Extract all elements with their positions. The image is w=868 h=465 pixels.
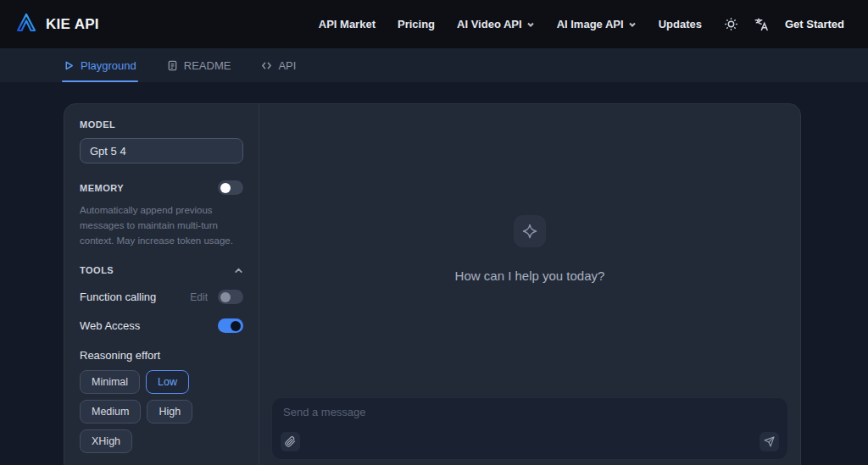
tab-api[interactable]: API: [261, 48, 296, 82]
tab-readme[interactable]: README: [167, 48, 231, 82]
chevron-down-icon: [526, 20, 535, 29]
nav-ai-video-api[interactable]: AI Video API: [457, 18, 535, 30]
reasoning-option-high[interactable]: High: [147, 400, 192, 423]
top-header: KIE API API Market Pricing AI Video API …: [0, 0, 868, 48]
kie-logo-icon: [15, 12, 37, 37]
paper-plane-icon: [764, 436, 775, 447]
nav-updates[interactable]: Updates: [659, 18, 702, 30]
settings-panel: MODEL MEMORY Automatically append previo…: [64, 104, 259, 465]
document-icon: [167, 60, 178, 71]
nav-pricing[interactable]: Pricing: [398, 18, 435, 30]
play-icon: [64, 60, 75, 71]
tab-bar: Playground README API: [0, 48, 868, 82]
code-brackets-icon: [261, 60, 272, 71]
brand-name: KIE API: [46, 16, 99, 33]
function-calling-edit-button[interactable]: Edit: [190, 291, 208, 303]
memory-description: Automatically append previous messages t…: [80, 203, 243, 248]
language-translate-icon[interactable]: [754, 17, 768, 31]
header-nav: API Market Pricing AI Video API AI Image…: [319, 18, 702, 30]
reasoning-option-minimal[interactable]: Minimal: [80, 370, 140, 394]
model-input[interactable]: [80, 138, 243, 163]
theme-toggle-sun-icon[interactable]: [724, 17, 738, 31]
tools-section-label: TOOLS: [80, 265, 114, 275]
send-message-button[interactable]: [760, 432, 779, 451]
model-section-label: MODEL: [80, 119, 243, 130]
brand[interactable]: KIE API: [15, 12, 99, 37]
function-calling-label: Function calling: [80, 291, 156, 303]
sparkle-icon: [514, 215, 546, 247]
reasoning-option-low[interactable]: Low: [146, 370, 189, 394]
chat-empty-state: How can I help you today?: [259, 215, 800, 283]
tools-section-header[interactable]: TOOLS: [80, 265, 243, 275]
nav-ai-image-api[interactable]: AI Image API: [557, 18, 637, 30]
get-started-button[interactable]: Get Started: [785, 18, 844, 30]
playground-card: MODEL MEMORY Automatically append previo…: [64, 103, 801, 465]
memory-toggle[interactable]: [218, 180, 243, 195]
chevron-down-icon: [628, 20, 637, 29]
reasoning-effort-label: Reasoning effort: [80, 349, 243, 362]
attach-file-button[interactable]: [281, 432, 300, 451]
message-composer[interactable]: [271, 397, 788, 460]
reasoning-option-medium[interactable]: Medium: [80, 400, 141, 423]
web-access-toggle[interactable]: [218, 318, 243, 333]
reasoning-effort-options: Minimal Low Medium High XHigh: [80, 370, 243, 453]
function-calling-toggle[interactable]: [218, 290, 243, 304]
memory-section-label: MEMORY: [80, 183, 124, 193]
reasoning-option-xhigh[interactable]: XHigh: [80, 429, 132, 453]
chevron-up-icon: [234, 266, 243, 275]
tab-playground[interactable]: Playground: [64, 48, 136, 82]
paperclip-icon: [285, 436, 296, 447]
web-access-label: Web Access: [80, 319, 140, 332]
chat-area: How can I help you today?: [259, 104, 800, 465]
nav-api-market[interactable]: API Market: [319, 18, 376, 30]
message-input[interactable]: [283, 406, 754, 426]
empty-state-text: How can I help you today?: [455, 268, 605, 283]
